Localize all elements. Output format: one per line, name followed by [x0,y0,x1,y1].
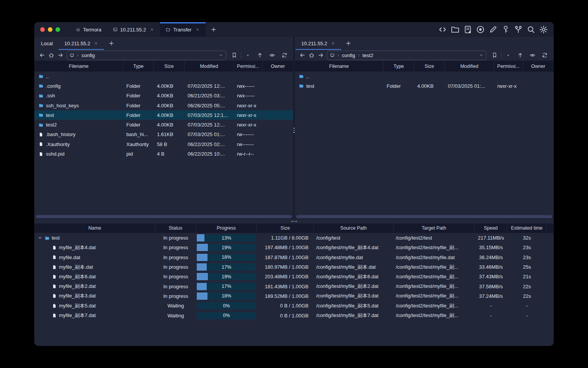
column-header-filename[interactable]: Filename [34,61,123,71]
bookmark-menu-button[interactable] [243,51,252,59]
column-header-progress[interactable]: Progress [196,223,257,233]
transfer-row[interactable]: myfile_副本2.datIn progress17%181.43MB / 1… [34,281,554,291]
window-close-button[interactable] [40,27,45,32]
file-row[interactable]: .sshFolder4.00KB06/21/2025 03:...rwx----… [34,91,293,101]
file-row[interactable]: sshd.pidpid4 B06/22/2025 10:...rw-r--r-- [34,149,293,159]
file-row[interactable]: .XauthorityXauthority58 B06/22/2025 02:.… [34,140,293,149]
column-header-source-path[interactable]: Source Path [314,223,394,233]
app-tab-label: 10.211.55.2 [120,27,146,33]
panel-tab-label: Local [41,41,53,46]
new-panel-tab-button[interactable] [104,37,119,50]
left-panel-tab-bar: Local10.211.55.2 [34,37,293,50]
file-icon [52,255,57,260]
transfer-row[interactable]: myfile.datIn progress18%187.87MB / 1.00G… [34,253,554,262]
column-header-owner[interactable]: Owner [263,61,293,71]
file-row[interactable]: testFolder4.00KB07/03/2025 12:1...rwxr-x… [34,110,293,120]
back-button[interactable] [38,51,47,59]
transfer-row[interactable]: myfile_副本5.datWaiting0%0 B / 1.00GB/conf… [34,301,554,310]
transfer-row[interactable]: myfile_副本.datIn progress17%180.97MB / 1.… [34,262,554,272]
home-button[interactable] [47,51,56,59]
refresh-button[interactable] [280,51,289,59]
column-header-permissi[interactable]: Permissi... [234,61,263,71]
app-tab-transfer[interactable]: Transfer [160,22,206,37]
panel-tab-10-211-55-2[interactable]: 10.211.55.2 [59,37,104,50]
close-icon[interactable] [150,27,154,32]
folder-icon[interactable] [451,25,460,34]
forward-button[interactable] [316,51,325,59]
file-row[interactable]: test2Folder4.00KB07/03/2025 12:...rwxr-x… [34,120,293,130]
column-header-size[interactable]: Size [257,223,314,233]
path-dropdown-icon[interactable] [479,53,483,58]
expand-chevron-icon[interactable] [38,235,42,240]
file-row[interactable]: .. [34,72,293,81]
new-panel-tab-button[interactable] [341,37,356,50]
right-horizontal-scrollbar[interactable] [296,215,552,218]
file-size-cell: 58 B [154,140,185,149]
upload-button[interactable] [516,51,525,59]
column-header-type[interactable]: Type [123,61,154,71]
arrow-right-icon [318,52,324,58]
transfer-row[interactable]: testIn progress13%1.11GB / 8.00GB/config… [34,233,554,243]
forward-button[interactable] [56,51,65,59]
left-path-bar[interactable]: config [67,51,226,60]
column-header-estimated-time[interactable]: Estimated time [507,223,547,233]
window-zoom-button[interactable] [56,27,60,32]
search-icon[interactable] [526,25,536,34]
transfer-row[interactable]: myfile_副本7.datWaiting0%0 B / 1.00GB/conf… [34,310,554,320]
file-name-cell: .Xauthority [34,140,123,149]
app-tab-10-211-55-2[interactable]: 10.211.55.2 [107,22,160,37]
back-button[interactable] [298,51,307,59]
edit-icon[interactable] [488,25,498,34]
column-header-filename[interactable]: Filename [295,61,384,71]
bookmark-menu-button[interactable] [503,51,513,59]
path-dropdown-icon[interactable] [219,53,223,58]
show-hidden-button[interactable] [528,51,537,59]
bookmark-button[interactable] [490,51,499,59]
file-row[interactable]: .. [295,72,554,81]
refresh-button[interactable] [540,51,549,59]
bookmark-button[interactable] [230,51,239,59]
column-header-type[interactable]: Type [384,61,414,71]
keychain-icon[interactable] [514,25,523,34]
panel-tab-local[interactable]: Local [35,37,59,50]
window-minimize-button[interactable] [48,27,52,32]
code-icon[interactable] [438,25,447,34]
right-panel-toolbar: configtest2 [295,50,554,61]
column-header-modified[interactable]: Modified [185,61,234,71]
column-header-permissi[interactable]: Permissi... [494,61,523,71]
column-header-modified[interactable]: Modified [445,61,494,71]
app-tab-termora[interactable]: Termora [70,22,107,37]
column-header-size[interactable]: Size [414,61,445,71]
record-icon[interactable] [476,25,485,34]
left-horizontal-scrollbar[interactable] [36,215,292,218]
new-tab-button[interactable] [206,22,222,37]
close-icon[interactable] [331,41,335,46]
show-hidden-button[interactable] [268,51,277,59]
transfer-row[interactable]: myfile_副本4.datIn progress19%197.48MB / 1… [34,243,554,252]
column-header-size[interactable]: Size [154,61,185,71]
panel-tab-10-211-55-2[interactable]: 10.211.55.2 [296,37,341,50]
transfer-row[interactable]: myfile_副本3.datIn progress18%189.52MB / 1… [34,291,554,301]
file-owner-cell [523,72,554,81]
column-header-speed[interactable]: Speed [475,223,507,233]
transfer-size-cell: 189.52MB / 1.00GB [257,293,314,299]
horizontal-splitter[interactable] [34,219,554,223]
key-icon[interactable] [501,25,510,34]
column-header-owner[interactable]: Owner [523,61,554,71]
settings-icon[interactable] [539,25,548,34]
file-row[interactable]: testFolder4.00KB07/03/2025 01:...rwxr-xr… [295,81,554,91]
upload-button[interactable] [255,51,265,59]
transfer-row[interactable]: myfile_副本6.datIn progress19%203.48MB / 1… [34,272,554,281]
file-row[interactable]: .bash_historybash_hi...1.61KB07/03/2025 … [34,130,293,140]
close-icon[interactable] [94,41,98,46]
home-button[interactable] [307,51,316,59]
column-header-target-path[interactable]: Target Path [394,223,475,233]
file-row[interactable]: ssh_host_keysFolder4.00KB06/26/2025 05:.… [34,101,293,110]
file-row[interactable]: .configFolder4.00KB07/02/2025 12:...rwx-… [34,81,293,91]
close-icon[interactable] [195,27,200,32]
right-path-bar[interactable]: configtest2 [327,51,487,60]
transfer-name-cell: myfile_副本7.dat [34,312,155,319]
log-icon[interactable] [463,25,472,34]
column-header-name[interactable]: Name [34,223,155,233]
column-header-status[interactable]: Status [155,223,196,233]
